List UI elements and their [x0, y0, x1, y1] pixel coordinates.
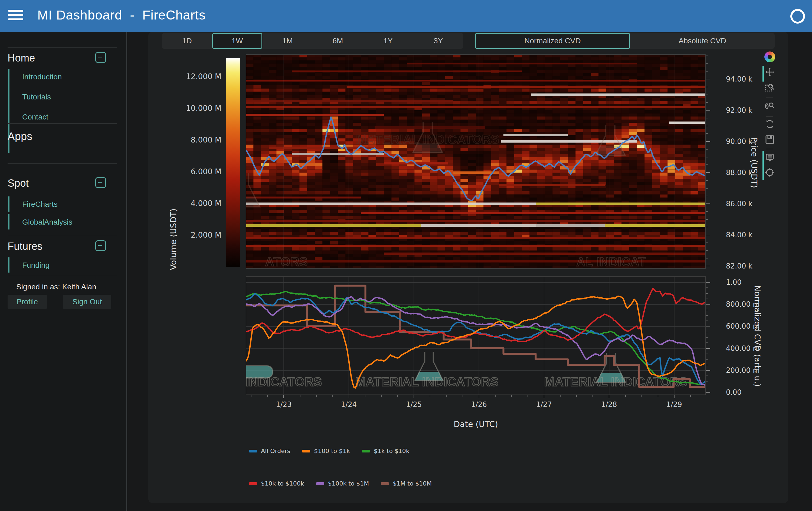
- date-minor-tick: [690, 395, 691, 397]
- normalized-cvd-button[interactable]: Normalized CVD: [475, 33, 630, 49]
- date-major-tick: [413, 395, 414, 398]
- sidebar-item-tutorials[interactable]: Tutorials: [22, 93, 51, 101]
- legend-item: $1k to $10k: [362, 448, 409, 454]
- price-minor-tick: [706, 118, 708, 118]
- date-tick-label: 1/24: [338, 400, 360, 409]
- price-minor-tick: [706, 157, 708, 157]
- firechart-heatmap-canvas[interactable]: [246, 54, 706, 269]
- price-major-tick: [706, 235, 710, 235]
- time-button-1w[interactable]: 1W: [212, 33, 263, 49]
- sidebar-item-firecharts[interactable]: FireCharts: [22, 200, 58, 209]
- legend-swatch: [362, 450, 370, 453]
- collapse-spot-button[interactable]: [95, 177, 106, 188]
- price-minor-tick: [706, 71, 708, 72]
- pan-tool-icon[interactable]: [764, 66, 775, 78]
- signed-in-label: Signed in as: Keith Alan: [16, 283, 96, 291]
- colorbar-tick-label: 6.000 M: [176, 167, 222, 176]
- save-tool-icon[interactable]: [764, 134, 775, 145]
- sidebar-item-contact[interactable]: Contact: [22, 113, 49, 122]
- date-axis-label: Date (UTC): [454, 420, 498, 429]
- colorbar-tick-label: 8.000 M: [176, 135, 222, 144]
- date-minor-tick: [463, 395, 463, 397]
- date-tick-label: 1/28: [598, 400, 620, 409]
- sidebar-section-spot: Spot: [7, 178, 29, 189]
- toolbar-separator: [766, 98, 773, 98]
- date-minor-tick: [430, 395, 430, 397]
- legend-row-2: $10k to $100k$100k to $1M$1M to $10M: [249, 480, 432, 487]
- date-minor-tick: [381, 395, 382, 397]
- date-major-tick: [349, 395, 349, 398]
- sidebar: Home Introduction Tutorials Contact Apps…: [0, 32, 126, 511]
- sidebar-item-globalanalysis[interactable]: GlobalAnalysis: [22, 218, 72, 226]
- cvd-line-chart-canvas[interactable]: [246, 276, 706, 395]
- sidebar-item-introduction[interactable]: Introduction: [22, 73, 62, 81]
- wheel-zoom-tool-icon[interactable]: [764, 101, 775, 112]
- legend-label: All Orders: [261, 448, 290, 454]
- cvd-minor-tick: [706, 315, 708, 316]
- menu-icon[interactable]: [8, 10, 23, 22]
- colorbar-tick-label: 10.000 M: [176, 104, 222, 113]
- absolute-cvd-button[interactable]: Absolute CVD: [630, 33, 775, 49]
- price-tick-label: 84.00 k: [726, 231, 752, 239]
- time-button-6m[interactable]: 6M: [313, 33, 363, 49]
- price-minor-tick: [706, 126, 708, 126]
- price-minor-tick: [706, 227, 708, 227]
- cvd-tick-label: 600.00 m: [726, 322, 760, 330]
- collapse-futures-button[interactable]: [95, 240, 106, 251]
- date-minor-tick: [316, 395, 317, 397]
- cvd-minor-tick: [706, 387, 708, 387]
- sidebar-item-funding[interactable]: Funding: [22, 261, 50, 270]
- price-tick-label: 82.00 k: [726, 262, 752, 270]
- legend-swatch: [381, 482, 389, 485]
- cvd-minor-tick: [706, 337, 708, 338]
- profile-button[interactable]: Profile: [7, 295, 47, 309]
- time-button-1d[interactable]: 1D: [162, 33, 212, 49]
- cvd-major-tick: [706, 370, 710, 371]
- price-minor-tick: [706, 133, 708, 134]
- cvd-minor-tick: [706, 376, 708, 376]
- cvd-minor-tick: [706, 310, 708, 310]
- hover-tool-icon[interactable]: [764, 152, 775, 163]
- legend-label: $1M to $10M: [393, 480, 432, 487]
- active-tool-indicator: [762, 66, 764, 82]
- cvd-major-tick: [706, 392, 710, 393]
- cvd-major-tick: [706, 326, 710, 326]
- price-tick-label: 86.00 k: [726, 200, 752, 208]
- price-major-tick: [706, 172, 710, 173]
- reset-tool-icon[interactable]: [764, 119, 775, 130]
- time-range-group: 1D 1W 1M 6M 1Y 3Y: [162, 33, 463, 49]
- legend-swatch: [316, 482, 324, 485]
- sidebar-section-apps: Apps: [7, 130, 32, 142]
- cvd-mode-group: Normalized CVD Absolute CVD: [475, 33, 775, 49]
- date-minor-tick: [511, 395, 512, 397]
- legend-swatch: [249, 482, 257, 485]
- date-tick-label: 1/26: [468, 400, 490, 409]
- date-minor-tick: [592, 395, 593, 397]
- date-major-tick: [544, 395, 544, 398]
- time-button-1y[interactable]: 1Y: [363, 33, 413, 49]
- legend-label: $100 to $1k: [314, 448, 350, 454]
- time-button-3y[interactable]: 3Y: [413, 33, 463, 49]
- section-indent-bar: [8, 196, 9, 212]
- date-tick-label: 1/23: [273, 400, 294, 409]
- cvd-minor-tick: [706, 365, 708, 365]
- legend-item: $100k to $1M: [316, 480, 369, 487]
- page-title: MI Dashboard - FireCharts: [37, 7, 206, 23]
- volume-colorbar: [226, 58, 240, 267]
- collapse-home-button[interactable]: [95, 52, 106, 63]
- date-tick-label: 1/29: [663, 400, 685, 409]
- cvd-minor-tick: [706, 288, 708, 288]
- app-header: MI Dashboard - FireCharts: [0, 0, 812, 32]
- price-major-tick: [706, 266, 710, 266]
- legend-swatch: [249, 450, 257, 453]
- price-minor-tick: [706, 188, 708, 189]
- time-button-1m[interactable]: 1M: [262, 33, 313, 49]
- box-zoom-tool-icon[interactable]: [764, 82, 775, 93]
- price-minor-tick: [706, 95, 708, 95]
- date-minor-tick: [560, 395, 560, 397]
- active-tool-indicator: [762, 151, 764, 180]
- sign-out-button[interactable]: Sign Out: [63, 295, 111, 309]
- price-minor-tick: [706, 149, 708, 150]
- date-tick-label: 1/27: [533, 400, 555, 409]
- crosshair-tool-icon[interactable]: [764, 167, 775, 178]
